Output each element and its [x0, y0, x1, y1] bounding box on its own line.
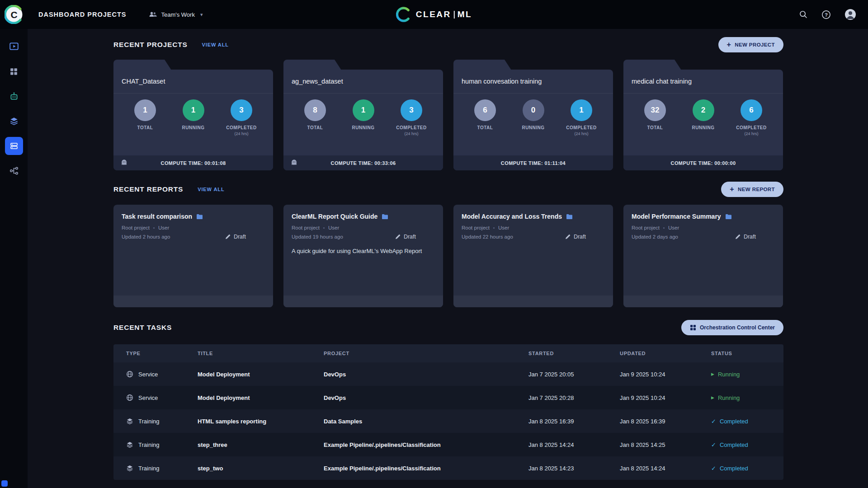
new-project-label: NEW PROJECT	[735, 42, 775, 47]
people-icon	[149, 11, 157, 18]
workspace-label: Team's Work	[161, 11, 194, 18]
sidebar-bottom-badge[interactable]	[1, 480, 8, 487]
dot-separator	[493, 227, 495, 229]
new-project-button[interactable]: + NEW PROJECT	[718, 37, 784, 52]
workspace-selector[interactable]: Team's Work ▾	[149, 11, 203, 18]
recent-tasks-section: RECENT TASKS Orchestration Control Cente…	[113, 320, 783, 480]
task-row-html-samples-reporting[interactable]: Training HTML samples reporting Data Sam…	[113, 409, 783, 433]
grid-icon	[9, 67, 19, 76]
clearml-wordmark: CLEAR ML	[396, 0, 472, 29]
stat-sublabel-24hrs: (24 hrs)	[574, 131, 588, 136]
report-author: User	[668, 225, 679, 230]
dot-separator	[323, 227, 325, 229]
check-icon: ✓	[711, 418, 716, 425]
task-row-step-three[interactable]: Training step_three Example Pipeline/.pi…	[113, 433, 783, 456]
report-card-footer	[453, 296, 613, 307]
reports-view-all-link[interactable]: VIEW ALL	[198, 187, 224, 192]
task-type: Service	[138, 394, 158, 401]
help-icon[interactable]: ?	[821, 10, 831, 19]
project-stats: 6 TOTAL 0 RUNNING 1 COMPLETED (24 hrs)	[453, 94, 613, 155]
orchestration-control-center-button[interactable]: Orchestration Control Center	[681, 320, 783, 335]
sidebar-item-datasets[interactable]	[5, 112, 23, 130]
report-title: Model Accuracy and Loss Trends	[462, 213, 562, 220]
projects-view-all-link[interactable]: VIEW ALL	[202, 42, 229, 47]
sidebar-item-projects-active[interactable]	[5, 137, 23, 155]
task-type: Training	[138, 418, 159, 425]
orchestration-label: Orchestration Control Center	[700, 324, 775, 331]
report-card-model-accuracy-loss-trends[interactable]: Model Accuracy and Loss Trends Root proj…	[453, 205, 613, 307]
clearml-logo[interactable]: C	[0, 0, 28, 29]
sidebar-item-getting-started[interactable]	[5, 38, 23, 56]
stat-running: 2 RUNNING	[687, 99, 720, 155]
wordmark-divider	[454, 11, 455, 19]
report-description: A quick guide for using ClearML's WebApp…	[292, 248, 435, 254]
plus-icon: +	[730, 186, 734, 193]
task-title: step_two	[198, 465, 324, 472]
report-card-task-result-comparison[interactable]: Task result comparison Root project User…	[113, 205, 273, 307]
report-card-clearml-quick-guide[interactable]: ClearML Report Quick Guide Root project …	[283, 205, 443, 307]
ghost-icon	[120, 159, 128, 166]
project-card-medical-chat-training[interactable]: medical chat training 32 TOTAL 2 RUNNING…	[623, 60, 783, 170]
task-row-step-two[interactable]: Training step_two Example Pipeline/.pipe…	[113, 456, 783, 480]
plus-icon: +	[727, 41, 731, 48]
task-row-model-deployment-1[interactable]: Service Model Deployment DevOps Jan 7 20…	[113, 362, 783, 386]
sidebar-item-orchestration[interactable]	[5, 62, 23, 80]
running-count-circle: 1	[353, 99, 374, 121]
task-status: ✓ Completed	[711, 418, 783, 425]
search-icon[interactable]	[799, 10, 808, 19]
recent-tasks-title: RECENT TASKS	[113, 324, 172, 332]
task-updated: Jan 9 2025 10:24	[620, 394, 711, 401]
project-card-human-conversation-training[interactable]: human convesation training 6 TOTAL 0 RUN…	[453, 60, 613, 170]
report-card-model-performance-summary[interactable]: Model Performance Summary Root project U…	[623, 205, 783, 307]
project-card-body: CHAT_Dataset 1 TOTAL 1 RUNNING 3 COMPLET	[113, 70, 273, 170]
col-started: STARTED	[528, 351, 620, 356]
ghost-icon	[290, 159, 298, 166]
completed-count-circle: 3	[231, 99, 252, 121]
project-card-body: human convesation training 6 TOTAL 0 RUN…	[453, 70, 613, 170]
folder-tab	[623, 60, 681, 70]
stat-label-completed: COMPLETED	[566, 125, 596, 130]
task-row-model-deployment-2[interactable]: Service Model Deployment DevOps Jan 7 20…	[113, 386, 783, 409]
report-meta: Root project User	[292, 225, 435, 230]
col-status: STATUS	[711, 351, 783, 356]
report-meta: Root project User	[632, 225, 775, 230]
task-status: ✓ Completed	[711, 441, 783, 448]
new-report-button[interactable]: + NEW REPORT	[721, 182, 783, 197]
stat-label-total: TOTAL	[647, 125, 663, 130]
report-title: ClearML Report Quick Guide	[292, 213, 377, 220]
project-footer: COMPUTE TIME: 00:01:08	[113, 155, 273, 170]
project-stats: 8 TOTAL 1 RUNNING 3 COMPLETED (24 hrs)	[283, 94, 443, 155]
project-card-ag-news-dataset[interactable]: ag_news_dataset 8 TOTAL 1 RUNNING 3 COMP	[283, 60, 443, 170]
folder-icon	[382, 214, 388, 220]
project-footer: COMPUTE TIME: 00:33:06	[283, 155, 443, 170]
draft-label: Draft	[234, 234, 246, 240]
sidebar-item-agents[interactable]	[5, 87, 23, 105]
project-card-chat-dataset[interactable]: CHAT_Dataset 1 TOTAL 1 RUNNING 3 COMPLET	[113, 60, 273, 170]
task-started: Jan 8 2025 14:23	[528, 465, 620, 472]
service-icon	[126, 371, 133, 378]
report-project: Root project	[122, 225, 150, 230]
status-label: Running	[718, 371, 740, 378]
sidebar-item-pipelines[interactable]	[5, 162, 23, 180]
avatar[interactable]	[844, 9, 856, 20]
report-project: Root project	[292, 225, 320, 230]
project-cards-row: CHAT_Dataset 1 TOTAL 1 RUNNING 3 COMPLET	[113, 60, 783, 170]
stat-label-running: RUNNING	[352, 125, 374, 130]
project-title: CHAT_Dataset	[113, 70, 273, 94]
grid-icon	[690, 324, 696, 331]
wordmark-text: CLEAR ML	[416, 9, 472, 19]
running-icon: ▶	[711, 395, 714, 400]
stat-label-total: TOTAL	[477, 125, 493, 130]
running-count-circle: 2	[693, 99, 714, 121]
running-count-circle: 1	[183, 99, 204, 121]
dot-separator	[153, 227, 155, 229]
project-footer: COMPUTE TIME: 00:00:00	[623, 155, 783, 170]
status-label: Running	[718, 394, 740, 401]
report-author: User	[328, 225, 339, 230]
stat-completed: 3 COMPLETED (24 hrs)	[225, 99, 258, 155]
report-updated: Updated 2 hours ago	[122, 234, 170, 239]
report-title: Task result comparison	[122, 213, 192, 220]
folder-tab	[453, 60, 511, 70]
report-project: Root project	[632, 225, 660, 230]
status-label: Completed	[720, 465, 748, 472]
